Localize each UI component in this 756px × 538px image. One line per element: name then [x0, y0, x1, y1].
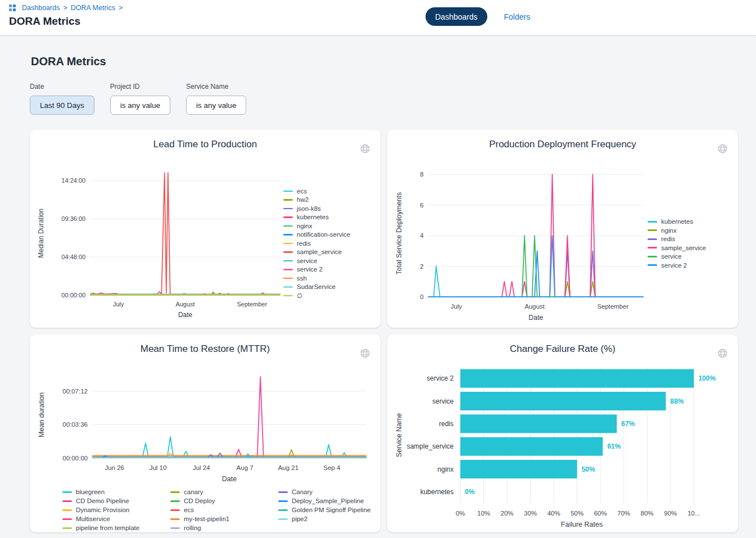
breadcrumb-link-dora-metrics[interactable]: DORA Metrics [71, 4, 115, 12]
legend-item[interactable]: sample_service [283, 248, 374, 256]
filter-label-project-id: Project ID [110, 83, 170, 91]
chart-title-mttr: Mean Time to Restore (MTTR) [37, 343, 374, 355]
filter-group-project-id: Project ID is any value [110, 83, 170, 115]
svg-text:4: 4 [420, 232, 423, 239]
filter-date-button[interactable]: Last 90 Days [30, 96, 94, 115]
breadcrumb: Dashboards > DORA Metrics > [9, 4, 123, 12]
svg-text:kubernetes: kubernetes [420, 488, 454, 496]
legend-item[interactable]: ecs [283, 188, 374, 195]
legend-swatch [283, 199, 293, 201]
filter-group-date: Date Last 90 Days [30, 83, 94, 115]
dashboard-heading: DORA Metrics [31, 55, 756, 68]
tab-dashboards[interactable]: Dashboards [425, 7, 487, 26]
legend-item[interactable]: Multiservice [62, 516, 170, 523]
legend-item[interactable]: CD Demo Pipeline [62, 498, 170, 505]
legend-column: bluegreenCD Demo PipelineDynamic Provisi… [62, 489, 170, 532]
svg-text:20%: 20% [501, 510, 514, 517]
legend-swatch [278, 518, 288, 520]
legend-item[interactable]: Deploy_Sample_Pipeline [278, 498, 370, 505]
legend-item[interactable]: redis [648, 236, 731, 243]
chart-title-lead-time: Lead Time to Production [37, 139, 374, 150]
legend-label: sample_service [661, 245, 706, 252]
legend-swatch [648, 264, 657, 266]
tab-folders[interactable]: Folders [504, 12, 531, 21]
card-head: Lead Time to Production [37, 139, 374, 160]
legend-item[interactable]: Dynamic Provision [62, 507, 170, 514]
legend-label: ecs [184, 507, 194, 514]
legend-swatch [278, 491, 288, 493]
legend-swatch [283, 286, 293, 288]
legend-item[interactable]: pipeline from template [62, 525, 170, 532]
legend-item[interactable]: notification-service [283, 231, 374, 238]
legend-item[interactable]: rolling [170, 525, 278, 532]
svg-text:00:00:00: 00:00:00 [61, 292, 85, 299]
legend-item[interactable]: SudarService [283, 283, 374, 291]
legend-swatch [170, 527, 180, 529]
svg-text:Aug 7: Aug 7 [237, 464, 253, 471]
legend-item[interactable]: pipe2 [278, 516, 370, 523]
legend-item[interactable]: service 2 [648, 262, 731, 269]
legend-label: nginx [297, 223, 313, 230]
globe-icon[interactable] [717, 143, 728, 156]
mttr-legend: bluegreenCD Demo PipelineDynamic Provisi… [37, 489, 374, 532]
breadcrumb-link-dashboards[interactable]: Dashboards [22, 4, 60, 12]
legend-label: notification-service [297, 231, 350, 238]
filter-service-name-button[interactable]: is any value [186, 96, 246, 115]
legend-item[interactable]: Canary [278, 489, 370, 496]
legend-item[interactable]: my-test-pipelin1 [170, 516, 278, 523]
legend-item[interactable]: service [648, 253, 731, 260]
legend-item[interactable]: kubernetes [283, 214, 374, 221]
legend-item[interactable]: hw2 [283, 196, 374, 204]
svg-text:40%: 40% [547, 510, 560, 517]
legend-label: kubernetes [661, 218, 693, 225]
chart-title-deploy-freq: Production Deployment Frequency [394, 139, 731, 150]
legend-label: my-test-pipelin1 [184, 516, 229, 523]
legend-label: ssh [297, 275, 307, 282]
legend-item[interactable]: canary [170, 489, 278, 496]
legend-label: pipeline from template [76, 525, 139, 532]
globe-icon[interactable] [717, 348, 728, 361]
legend-label: bluegreen [76, 489, 105, 496]
legend-item[interactable]: service [283, 257, 374, 265]
legend-label: Golden PM Signoff Pipeline [292, 507, 370, 514]
filter-project-id-button[interactable]: is any value [110, 96, 170, 115]
svg-text:service 2: service 2 [427, 374, 454, 382]
legend-item[interactable]: ∅ [283, 292, 374, 300]
svg-text:09:36:00: 09:36:00 [61, 215, 85, 222]
legend-item[interactable]: kubernetes [648, 218, 731, 225]
legend-item[interactable]: sample_service [648, 245, 731, 252]
legend-item[interactable]: Golden PM Signoff Pipeline [278, 507, 370, 514]
legend-label: pipe2 [292, 516, 307, 523]
legend-item[interactable]: nginx [283, 223, 374, 230]
svg-text:service: service [432, 397, 454, 405]
legend-label: sample_service [297, 248, 342, 256]
legend-label: json-k8s [297, 205, 321, 213]
legend-item[interactable]: CD Deploy [170, 498, 278, 505]
legend-swatch [170, 518, 180, 520]
svg-text:50%: 50% [582, 465, 595, 473]
legend-swatch [62, 509, 72, 511]
svg-text:90%: 90% [664, 510, 677, 517]
svg-text:nginx: nginx [437, 465, 454, 473]
svg-text:0%: 0% [465, 488, 475, 496]
legend-swatch [62, 491, 72, 493]
svg-text:30%: 30% [524, 510, 537, 517]
legend-item[interactable]: ecs [170, 507, 278, 514]
legend-item[interactable]: redis [283, 240, 374, 247]
svg-text:14:24:00: 14:24:00 [61, 177, 85, 184]
legend-item[interactable]: json-k8s [283, 205, 374, 213]
legend-swatch [648, 229, 657, 231]
legend-item[interactable]: bluegreen [62, 489, 170, 496]
svg-text:70%: 70% [617, 510, 630, 517]
legend-swatch [283, 225, 293, 227]
legend-column: canaryCD Deployecsmy-test-pipelin1rollin… [170, 489, 278, 532]
legend-item[interactable]: nginx [648, 227, 731, 234]
globe-icon[interactable] [360, 348, 370, 361]
card-head: Change Failure Rate (%) [394, 343, 731, 365]
mttr-chart: 00:00:0000:03:3600:07:12Jun 26Jul 10Jul … [37, 365, 374, 484]
svg-text:00:07:12: 00:07:12 [62, 388, 88, 395]
svg-text:September: September [237, 301, 267, 308]
globe-icon[interactable] [360, 143, 370, 156]
legend-item[interactable]: service 2 [283, 266, 374, 273]
legend-item[interactable]: ssh [283, 275, 374, 282]
